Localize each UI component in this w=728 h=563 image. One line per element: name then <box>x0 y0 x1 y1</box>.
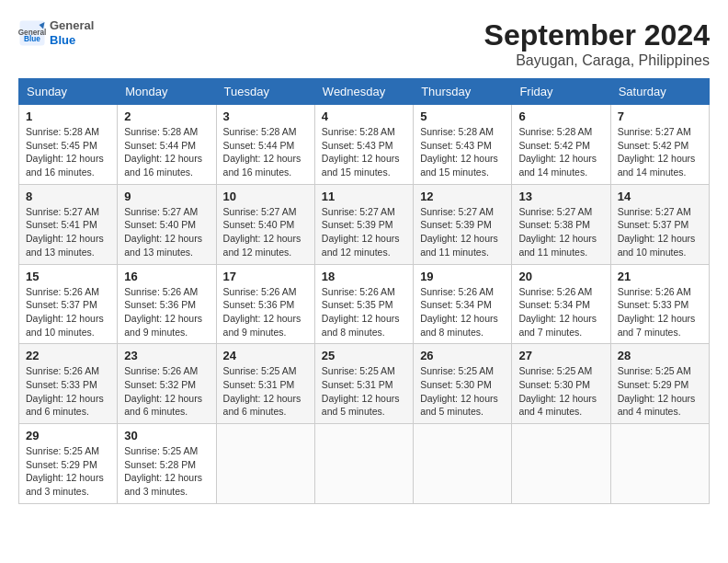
logo: General Blue General Blue <box>18 18 94 47</box>
day-cell-29: 29 Sunrise: 5:25 AM Sunset: 5:29 PM Dayl… <box>19 424 118 504</box>
day-cell-27: 27 Sunrise: 5:25 AM Sunset: 5:30 PM Dayl… <box>512 344 610 424</box>
day-info: Sunrise: 5:27 AM Sunset: 5:37 PM Dayligh… <box>618 205 702 259</box>
col-tuesday: Tuesday <box>216 79 314 105</box>
day-info: Sunrise: 5:25 AM Sunset: 5:31 PM Dayligh… <box>322 364 406 419</box>
day-info: Sunrise: 5:27 AM Sunset: 5:38 PM Dayligh… <box>518 205 603 259</box>
week-row-1: 1 Sunrise: 5:28 AM Sunset: 5:45 PM Dayli… <box>19 105 710 185</box>
day-info: Sunrise: 5:28 AM Sunset: 5:43 PM Dayligh… <box>420 125 505 179</box>
day-cell-17: 17 Sunrise: 5:26 AM Sunset: 5:36 PM Dayl… <box>216 264 314 344</box>
day-cell-9: 9 Sunrise: 5:27 AM Sunset: 5:40 PM Dayli… <box>118 184 216 264</box>
day-info: Sunrise: 5:27 AM Sunset: 5:41 PM Dayligh… <box>26 205 110 259</box>
col-friday: Friday <box>512 79 610 105</box>
day-cell-23: 23 Sunrise: 5:26 AM Sunset: 5:32 PM Dayl… <box>118 344 216 424</box>
day-info: Sunrise: 5:26 AM Sunset: 5:35 PM Dayligh… <box>322 285 406 339</box>
day-info: Sunrise: 5:26 AM Sunset: 5:34 PM Dayligh… <box>518 285 603 339</box>
calendar-table: Sunday Monday Tuesday Wednesday Thursday… <box>18 78 710 504</box>
logo-icon: General Blue <box>18 19 46 47</box>
day-cell-13: 13 Sunrise: 5:27 AM Sunset: 5:38 PM Dayl… <box>512 184 610 264</box>
day-info: Sunrise: 5:26 AM Sunset: 5:33 PM Dayligh… <box>26 364 110 419</box>
empty-cell <box>314 424 413 504</box>
day-number: 8 <box>26 190 110 203</box>
col-thursday: Thursday <box>414 79 512 105</box>
day-info: Sunrise: 5:25 AM Sunset: 5:30 PM Dayligh… <box>420 364 505 419</box>
day-info: Sunrise: 5:28 AM Sunset: 5:45 PM Dayligh… <box>26 125 110 179</box>
day-info: Sunrise: 5:25 AM Sunset: 5:30 PM Dayligh… <box>518 364 603 419</box>
empty-cell <box>512 424 610 504</box>
day-info: Sunrise: 5:28 AM Sunset: 5:44 PM Dayligh… <box>124 125 209 179</box>
day-info: Sunrise: 5:27 AM Sunset: 5:40 PM Dayligh… <box>124 205 209 259</box>
day-number: 2 <box>124 109 209 123</box>
day-number: 4 <box>322 109 406 123</box>
day-number: 26 <box>420 349 505 362</box>
empty-cell <box>610 424 709 504</box>
day-cell-4: 4 Sunrise: 5:28 AM Sunset: 5:43 PM Dayli… <box>314 105 413 185</box>
day-number: 1 <box>26 109 110 123</box>
day-cell-14: 14 Sunrise: 5:27 AM Sunset: 5:37 PM Dayl… <box>610 184 709 264</box>
day-number: 30 <box>124 429 209 442</box>
day-cell-12: 12 Sunrise: 5:27 AM Sunset: 5:39 PM Dayl… <box>414 184 512 264</box>
day-cell-16: 16 Sunrise: 5:26 AM Sunset: 5:36 PM Dayl… <box>118 264 216 344</box>
col-sunday: Sunday <box>19 79 118 105</box>
day-cell-21: 21 Sunrise: 5:26 AM Sunset: 5:33 PM Dayl… <box>610 264 709 344</box>
day-number: 22 <box>26 349 110 362</box>
day-cell-1: 1 Sunrise: 5:28 AM Sunset: 5:45 PM Dayli… <box>19 105 118 185</box>
day-info: Sunrise: 5:26 AM Sunset: 5:32 PM Dayligh… <box>124 364 209 419</box>
logo-text: General Blue <box>50 18 94 47</box>
day-number: 13 <box>518 190 603 203</box>
day-number: 28 <box>618 349 702 362</box>
day-number: 25 <box>322 349 406 362</box>
day-number: 3 <box>223 109 308 123</box>
day-cell-18: 18 Sunrise: 5:26 AM Sunset: 5:35 PM Dayl… <box>314 264 413 344</box>
day-cell-3: 3 Sunrise: 5:28 AM Sunset: 5:44 PM Dayli… <box>216 105 314 185</box>
day-number: 14 <box>618 190 702 203</box>
day-cell-6: 6 Sunrise: 5:28 AM Sunset: 5:42 PM Dayli… <box>512 105 610 185</box>
day-number: 12 <box>420 190 505 203</box>
day-info: Sunrise: 5:28 AM Sunset: 5:44 PM Dayligh… <box>223 125 308 179</box>
day-info: Sunrise: 5:25 AM Sunset: 5:31 PM Dayligh… <box>223 364 308 419</box>
day-number: 16 <box>124 270 209 283</box>
week-row-2: 8 Sunrise: 5:27 AM Sunset: 5:41 PM Dayli… <box>19 184 710 264</box>
day-number: 11 <box>322 190 406 203</box>
day-info: Sunrise: 5:28 AM Sunset: 5:43 PM Dayligh… <box>322 125 406 179</box>
day-cell-22: 22 Sunrise: 5:26 AM Sunset: 5:33 PM Dayl… <box>19 344 118 424</box>
day-number: 15 <box>26 270 110 283</box>
day-number: 21 <box>618 270 702 283</box>
logo-line2: Blue <box>50 33 94 48</box>
day-number: 19 <box>420 270 505 283</box>
day-cell-19: 19 Sunrise: 5:26 AM Sunset: 5:34 PM Dayl… <box>414 264 512 344</box>
day-info: Sunrise: 5:25 AM Sunset: 5:29 PM Dayligh… <box>26 444 110 499</box>
col-wednesday: Wednesday <box>314 79 413 105</box>
svg-text:Blue: Blue <box>24 35 40 43</box>
col-saturday: Saturday <box>610 79 709 105</box>
calendar-header-row: Sunday Monday Tuesday Wednesday Thursday… <box>19 79 710 105</box>
day-cell-2: 2 Sunrise: 5:28 AM Sunset: 5:44 PM Dayli… <box>118 105 216 185</box>
day-number: 10 <box>223 190 308 203</box>
empty-cell <box>414 424 512 504</box>
day-number: 9 <box>124 190 209 203</box>
day-cell-28: 28 Sunrise: 5:25 AM Sunset: 5:29 PM Dayl… <box>610 344 709 424</box>
day-info: Sunrise: 5:26 AM Sunset: 5:34 PM Dayligh… <box>420 285 505 339</box>
day-info: Sunrise: 5:28 AM Sunset: 5:42 PM Dayligh… <box>518 125 603 179</box>
day-cell-24: 24 Sunrise: 5:25 AM Sunset: 5:31 PM Dayl… <box>216 344 314 424</box>
day-info: Sunrise: 5:26 AM Sunset: 5:36 PM Dayligh… <box>223 285 308 339</box>
week-row-3: 15 Sunrise: 5:26 AM Sunset: 5:37 PM Dayl… <box>19 264 710 344</box>
day-info: Sunrise: 5:26 AM Sunset: 5:36 PM Dayligh… <box>124 285 209 339</box>
day-number: 24 <box>223 349 308 362</box>
day-number: 23 <box>124 349 209 362</box>
page-subtitle: Bayugan, Caraga, Philippines <box>484 52 710 69</box>
day-number: 5 <box>420 109 505 123</box>
day-info: Sunrise: 5:27 AM Sunset: 5:39 PM Dayligh… <box>420 205 505 259</box>
day-cell-25: 25 Sunrise: 5:25 AM Sunset: 5:31 PM Dayl… <box>314 344 413 424</box>
day-number: 20 <box>518 270 603 283</box>
day-number: 27 <box>518 349 603 362</box>
day-number: 17 <box>223 270 308 283</box>
day-cell-30: 30 Sunrise: 5:25 AM Sunset: 5:28 PM Dayl… <box>118 424 216 504</box>
empty-cell <box>216 424 314 504</box>
day-cell-8: 8 Sunrise: 5:27 AM Sunset: 5:41 PM Dayli… <box>19 184 118 264</box>
col-monday: Monday <box>118 79 216 105</box>
day-cell-11: 11 Sunrise: 5:27 AM Sunset: 5:39 PM Dayl… <box>314 184 413 264</box>
day-cell-7: 7 Sunrise: 5:27 AM Sunset: 5:42 PM Dayli… <box>610 105 709 185</box>
day-info: Sunrise: 5:25 AM Sunset: 5:29 PM Dayligh… <box>618 364 702 419</box>
day-info: Sunrise: 5:27 AM Sunset: 5:39 PM Dayligh… <box>322 205 406 259</box>
day-number: 6 <box>518 109 603 123</box>
